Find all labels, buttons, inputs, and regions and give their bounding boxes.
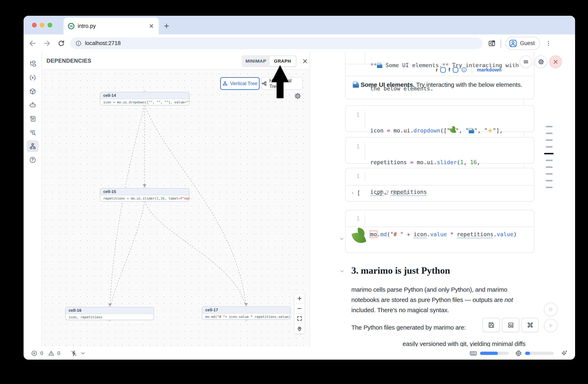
- minimap-cell-marker[interactable]: [546, 160, 553, 161]
- run-toggle-checkbox[interactable]: [440, 67, 446, 73]
- code-token: ,: [463, 159, 470, 165]
- vertical-tree-icon: [222, 81, 228, 86]
- graph-node-cell-16[interactable]: cell-16 icon, repetitions: [65, 307, 154, 320]
- md-expression-cell[interactable]: 1 mo.md("# " + icon.value * repetitions.…: [345, 210, 534, 253]
- run-all-button[interactable]: [544, 319, 557, 332]
- zoom-in-button[interactable]: [294, 293, 305, 304]
- sidebar-item-dependency-graph[interactable]: [27, 140, 39, 152]
- graph-settings-icon[interactable]: [294, 92, 301, 100]
- code-editor[interactable]: mo.md("# " + icon.value * repetitions.va…: [370, 215, 530, 254]
- ram-icon: [469, 349, 477, 357]
- code-token: + icon.value * repetitions.value): [225, 315, 290, 319]
- runtime-menu-chevron[interactable]: [80, 351, 86, 356]
- forward-icon[interactable]: [42, 38, 52, 49]
- horizontal-tree-button[interactable]: Horizontal Tree: [261, 77, 303, 90]
- line-number: 1: [352, 52, 359, 53]
- warnings-icon[interactable]: [48, 350, 55, 357]
- help-icon: [29, 156, 36, 164]
- notebook-settings-button[interactable]: [535, 56, 547, 68]
- gutter-divider: [365, 52, 365, 63]
- gutter-divider: [365, 142, 365, 159]
- node-code: icon, repetitions: [65, 314, 154, 320]
- center-view-button[interactable]: [294, 324, 305, 334]
- minimize-window-button[interactable]: [40, 23, 44, 27]
- back-icon[interactable]: [27, 38, 38, 49]
- collapse-output-icon[interactable]: [339, 236, 345, 242]
- code-token: f"number of: [180, 196, 189, 200]
- graph-edges: [42, 70, 310, 347]
- url-bar[interactable]: localhost:2718: [70, 38, 483, 49]
- code-token: *: [450, 231, 453, 237]
- stop-all-button[interactable]: [544, 303, 557, 316]
- new-tab-button[interactable]: [162, 21, 171, 31]
- graph-canvas[interactable]: cell-14 icon = mo.ui.dropdown(["", "", "…: [42, 70, 310, 347]
- warning-count: 0: [57, 350, 60, 356]
- sidebar-item-snippets-search[interactable]: [27, 127, 39, 138]
- node-code: repetitions = mo.ui.slider(1, 16, label=…: [100, 195, 189, 202]
- clipped-list-wrapper: easily versioned with git, yielding mini…: [351, 340, 536, 346]
- minimap-cell-marker[interactable]: [546, 146, 553, 148]
- node-header: cell-17: [202, 307, 291, 314]
- sidebar-item-help[interactable]: [27, 154, 39, 166]
- cell-info-icon[interactable]: [461, 67, 467, 73]
- node-header: cell-16: [65, 307, 154, 314]
- ai-sparkle-button[interactable]: [561, 350, 568, 357]
- section-paragraph: marimo cells parse Python (and only Pyth…: [351, 285, 536, 315]
- graph-node-cell-14[interactable]: cell-14 icon = mo.ui.dropdown(["", "", "…: [100, 92, 189, 105]
- maximize-window-button[interactable]: [47, 23, 52, 27]
- sidebar-item-packages[interactable]: [27, 85, 39, 97]
- notebook-menu-button[interactable]: [520, 56, 532, 68]
- cpu-icon[interactable]: [515, 350, 522, 357]
- bracket-open: [: [357, 190, 360, 196]
- memory-icon[interactable]: [469, 349, 477, 357]
- layout-button[interactable]: [502, 318, 519, 332]
- close-panel-icon[interactable]: [302, 58, 308, 64]
- close-tab-icon[interactable]: [148, 23, 154, 29]
- minimap-cell-marker[interactable]: [546, 166, 553, 168]
- collapse-section-icon[interactable]: [339, 268, 345, 274]
- dropdown-code-cell[interactable]: 1 icon = mo.ui.dropdown(["", "", ""], va…: [345, 105, 534, 132]
- close-window-button[interactable]: [32, 23, 37, 27]
- sidebar-item-ai-assistant[interactable]: [27, 99, 39, 111]
- zoom-out-button[interactable]: [294, 304, 305, 314]
- save-button[interactable]: [483, 318, 500, 332]
- graph-node-cell-17[interactable]: cell-17 mo.md("# " + icon.value * repeti…: [202, 307, 291, 320]
- fit-view-button[interactable]: [294, 314, 305, 324]
- code-editor[interactable]: ** Some UI elements.** Try interacting w…: [370, 52, 530, 108]
- sidebar-item-logs[interactable]: [27, 113, 39, 125]
- browser-tab[interactable]: m intro.py: [63, 18, 159, 34]
- sidebar-item-file-explorer[interactable]: [27, 58, 39, 70]
- markdown-cell[interactable]: 1 ** Some UI elements.** Try interacting…: [345, 52, 534, 99]
- profile-button[interactable]: Guest: [506, 37, 540, 50]
- expand-output-icon[interactable]: ›: [351, 190, 354, 196]
- code-token: md: [380, 231, 387, 237]
- tab-minimap[interactable]: MINIMAP: [243, 56, 269, 66]
- minimap-cell-marker[interactable]: [546, 133, 553, 134]
- shutdown-button[interactable]: [549, 56, 562, 68]
- minimap-cell-marker[interactable]: [546, 187, 553, 188]
- cell-language-label[interactable]: markdown: [477, 67, 502, 73]
- clipped-list-item: easily versioned with git, yielding mini…: [351, 340, 536, 346]
- browser-menu-icon[interactable]: [545, 40, 552, 47]
- toolbar-right: Guest: [488, 37, 552, 50]
- keyboard-shortcuts-button[interactable]: [521, 318, 539, 332]
- minimap-cell-marker[interactable]: [544, 153, 554, 154]
- memory-usage-fill: [480, 352, 498, 355]
- minimap-cell-marker[interactable]: [546, 180, 553, 181]
- minimap-cell-marker[interactable]: [546, 173, 553, 174]
- tab-graph[interactable]: GRAPH: [269, 56, 296, 66]
- tuple-code-cell[interactable]: 1 icon, repetitions › [ … ] 2 Items: [345, 168, 534, 202]
- vertical-tree-button[interactable]: Vertical Tree: [220, 77, 260, 90]
- marimo-favicon: m: [68, 23, 74, 29]
- tab-search-icon[interactable]: [488, 39, 496, 47]
- reload-icon[interactable]: [56, 38, 67, 49]
- site-info-icon[interactable]: [75, 40, 82, 47]
- errors-icon[interactable]: [31, 350, 38, 357]
- format-toggle-checkbox[interactable]: [453, 67, 458, 73]
- autorun-disabled-icon[interactable]: [70, 350, 77, 357]
- sidebar-item-variables[interactable]: [27, 72, 39, 83]
- minimap-cell-marker[interactable]: [546, 126, 553, 127]
- graph-node-cell-15[interactable]: cell-15 repetitions = mo.ui.slider(1, 16…: [100, 188, 189, 202]
- slider-code-cell[interactable]: 1 repetitions = mo.ui.slider(1, 16, labe…: [345, 137, 534, 164]
- minimap-cell-marker[interactable]: [546, 139, 553, 141]
